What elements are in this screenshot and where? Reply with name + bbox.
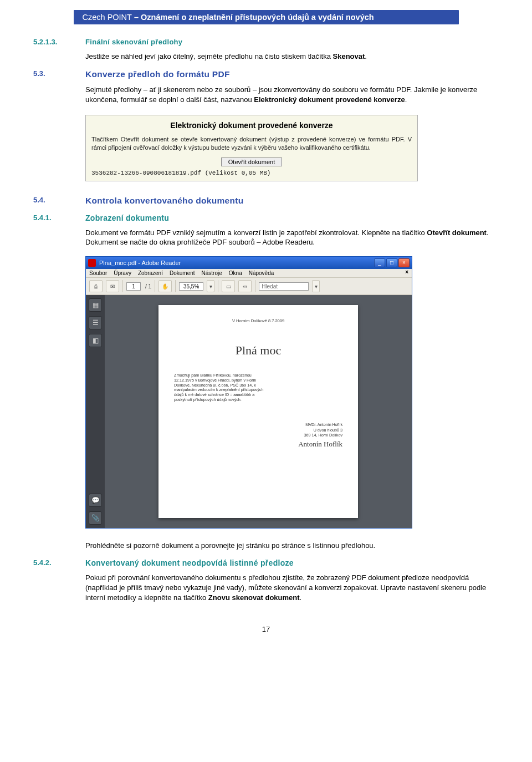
adobe-reader-window: Plna_moc.pdf - Adobe Reader _ □ × Soubor… bbox=[85, 256, 412, 529]
menubar: Soubor Úpravy Zobrazení Dokument Nástroj… bbox=[86, 269, 412, 278]
menu-item[interactable]: Nástroje bbox=[202, 270, 222, 276]
zoom-input[interactable] bbox=[179, 282, 203, 291]
conversion-box-body: Tlačítkem Otevřít dokument se otevře kon… bbox=[86, 133, 417, 158]
bookmarks-panel-icon[interactable]: ☰ bbox=[89, 316, 102, 329]
page-number-input[interactable] bbox=[126, 282, 141, 291]
hand-tool-icon[interactable]: ✋ bbox=[158, 280, 172, 292]
document-viewport[interactable]: V Horním Dolíkově 8.7.2009 Plná moc Zmoc… bbox=[105, 295, 412, 528]
window-title: Plna_moc.pdf - Adobe Reader bbox=[99, 260, 374, 266]
pdf-page: V Horním Dolíkově 8.7.2009 Plná moc Zmoc… bbox=[158, 305, 358, 518]
section-title: Zobrazení dokumentu bbox=[85, 214, 169, 222]
doc-body: Zmocňuji paní Blanku Fiflíkovou, narozen… bbox=[174, 373, 271, 402]
section-54: 5.4. Kontrola konvertovaného dokumentu bbox=[33, 196, 499, 206]
toolbar-separator bbox=[255, 280, 255, 292]
toolbar-separator bbox=[218, 280, 218, 292]
section-541: 5.4.1. Zobrazení dokumentu bbox=[33, 214, 499, 222]
minimize-button[interactable]: _ bbox=[374, 258, 385, 267]
page-number: 17 bbox=[33, 625, 499, 633]
doc-close-button[interactable]: × bbox=[405, 269, 408, 275]
paragraph: Prohlédněte si pozorně dokument a porovn… bbox=[85, 541, 499, 551]
paragraph: Pokud při porovnání konvertovaného dokum… bbox=[85, 573, 499, 603]
section-title: Finální skenování předlohy bbox=[85, 38, 182, 46]
doc-title: Plná moc bbox=[174, 343, 342, 358]
header-right: Oznámení o zneplatnění přístupových údaj… bbox=[141, 13, 374, 22]
menu-item[interactable]: Soubor bbox=[89, 270, 107, 276]
section-title: Kontrola konvertovaného dokumentu bbox=[85, 196, 243, 206]
section-number: 5.4.2. bbox=[33, 558, 85, 567]
page-total: / 1 bbox=[145, 283, 151, 289]
email-icon[interactable]: ✉ bbox=[106, 280, 119, 292]
paragraph: Sejmuté předlohy – ať ji skenerem nebo z… bbox=[85, 85, 499, 105]
conversion-box-title: Elektronický dokument provedené konverze bbox=[86, 115, 417, 133]
menu-item[interactable]: Úpravy bbox=[114, 270, 131, 276]
window-titlebar[interactable]: Plna_moc.pdf - Adobe Reader _ □ × bbox=[86, 257, 412, 269]
zoom-dropdown-icon[interactable]: ▾ bbox=[207, 280, 214, 292]
reader-workspace: ▦ ☰ ◧ 💬 📎 V Horním Dolíkově 8.7.2009 Pln… bbox=[86, 295, 412, 528]
fit-width-icon[interactable]: ⇔ bbox=[238, 280, 252, 292]
paragraph: Dokument ve formátu PDF vzniklý sejmutím… bbox=[85, 228, 499, 248]
section-title: Konverze předloh do formátu PDF bbox=[85, 69, 230, 79]
attachments-panel-icon[interactable]: 📎 bbox=[89, 511, 102, 525]
maximize-button[interactable]: □ bbox=[386, 258, 397, 267]
reader-sidebar: ▦ ☰ ◧ 💬 📎 bbox=[86, 295, 105, 528]
doc-date: V Horním Dolíkově 8.7.2009 bbox=[174, 318, 342, 323]
open-document-button[interactable]: Otevřít dokument bbox=[221, 158, 282, 166]
menu-item[interactable]: Nápověda bbox=[249, 270, 274, 276]
close-button[interactable]: × bbox=[398, 258, 410, 267]
conversion-info-box: Elektronický dokument provedené konverze… bbox=[85, 115, 418, 181]
toolbar-separator bbox=[122, 280, 123, 292]
print-icon[interactable]: ⎙ bbox=[89, 280, 103, 292]
search-input[interactable] bbox=[259, 282, 309, 291]
menu-item[interactable]: Zobrazení bbox=[138, 270, 163, 276]
toolbar: ⎙ ✉ / 1 ✋ ▾ ▭ ⇔ ▾ bbox=[86, 278, 412, 295]
section-number: 5.4.1. bbox=[33, 214, 85, 222]
menu-item[interactable]: Dokument bbox=[170, 270, 195, 276]
fit-page-icon[interactable]: ▭ bbox=[222, 280, 235, 292]
doc-signature-block: MVDr. Antonín Hoflík U dvou hloubů 3 369… bbox=[174, 422, 342, 449]
section-542: 5.4.2. Konvertovaný dokument neodpovídá … bbox=[33, 558, 499, 567]
toolbar-separator bbox=[175, 280, 176, 292]
section-53: 5.3. Konverze předloh do formátu PDF bbox=[33, 69, 499, 79]
section-number: 5.4. bbox=[33, 196, 85, 206]
adobe-reader-icon bbox=[88, 259, 96, 267]
section-5213: 5.2.1.3. Finální skenování předlohy bbox=[33, 38, 499, 46]
header-left: Czech POINT bbox=[83, 13, 132, 22]
layers-panel-icon[interactable]: ◧ bbox=[89, 334, 102, 347]
pages-panel-icon[interactable]: ▦ bbox=[89, 298, 102, 312]
page-header: Czech POINT – Oznámení o zneplatnění pří… bbox=[74, 10, 459, 24]
paragraph: Jestliže se náhled jeví jako čitelný, se… bbox=[85, 52, 499, 62]
section-title: Konvertovaný dokument neodpovídá listinn… bbox=[85, 558, 294, 567]
section-number: 5.3. bbox=[33, 69, 85, 79]
menu-item[interactable]: Okna bbox=[229, 270, 242, 276]
conversion-file-name: 3536282-13266-090806181819.pdf (velikost… bbox=[86, 166, 417, 181]
section-number: 5.2.1.3. bbox=[33, 38, 85, 46]
comments-panel-icon[interactable]: 💬 bbox=[89, 494, 102, 507]
toolbar-separator bbox=[155, 280, 155, 292]
search-dropdown-icon[interactable]: ▾ bbox=[312, 280, 320, 292]
